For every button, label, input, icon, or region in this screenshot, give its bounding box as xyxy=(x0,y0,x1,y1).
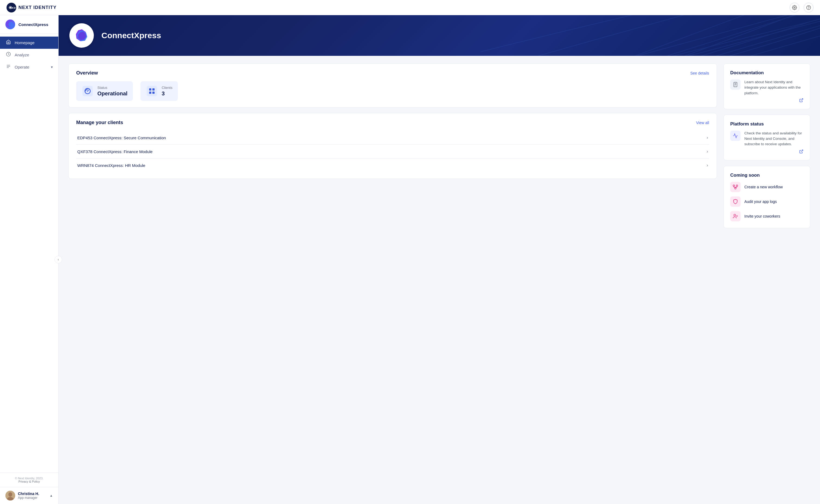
platform-status-text: Check the status and availability for Ne… xyxy=(744,131,803,147)
sidebar: ConnectXpress Homepage Analyze xyxy=(0,15,59,504)
svg-rect-25 xyxy=(149,92,151,94)
home-icon xyxy=(5,40,11,46)
coming-soon-title: Coming soon xyxy=(730,173,803,178)
client-item-qxf378[interactable]: QXF378 ConnectXpress: Finance Module › xyxy=(76,145,709,159)
svg-point-13 xyxy=(8,492,12,497)
documentation-external-link[interactable] xyxy=(744,98,803,102)
coming-soon-card: Coming soon Create a new workflow xyxy=(724,166,810,228)
sidebar-item-operate-label: Operate xyxy=(15,65,29,69)
app-banner: ConnectXpress xyxy=(59,15,820,56)
see-details-link[interactable]: See details xyxy=(690,71,709,75)
svg-rect-34 xyxy=(736,185,738,186)
page-body: Overview See details xyxy=(59,56,820,236)
documentation-icon xyxy=(730,79,741,90)
coming-soon-item-workflow: Create a new workflow xyxy=(730,182,803,192)
client-name-edp453: EDP453 ConnectXpress: Secure Communicati… xyxy=(77,135,166,140)
clients-value: 3 xyxy=(162,91,172,97)
users-icon xyxy=(730,211,741,221)
clients-icon xyxy=(146,85,158,97)
clients-info: Clients 3 xyxy=(162,86,172,97)
main-content: ConnectXpress Overview See details xyxy=(59,15,820,504)
client-chevron-icon-qxf378: › xyxy=(707,149,708,154)
client-chevron-icon-wrn874: › xyxy=(707,163,708,168)
main-layout: ConnectXpress Homepage Analyze xyxy=(0,15,820,504)
operate-icon xyxy=(5,64,11,70)
analyze-icon xyxy=(5,52,11,58)
overview-title: Overview xyxy=(76,70,98,76)
client-list: EDP453 ConnectXpress: Secure Communicati… xyxy=(76,131,709,172)
banner-logo-circle xyxy=(69,23,94,48)
documentation-title: Documentation xyxy=(730,70,803,76)
status-icon xyxy=(82,85,94,97)
logo-icon: ✳ >> xyxy=(7,3,16,12)
workflow-icon xyxy=(730,182,741,192)
svg-rect-33 xyxy=(733,185,735,186)
user-role: App manager xyxy=(18,496,47,500)
status-info: Status Operational xyxy=(97,86,127,97)
sidebar-item-homepage-label: Homepage xyxy=(15,40,34,45)
shield-icon xyxy=(730,196,741,207)
sidebar-item-analyze[interactable]: Analyze xyxy=(0,49,58,61)
sidebar-nav: Homepage Analyze Operate ▾ xyxy=(0,34,58,473)
org-avatar xyxy=(5,20,15,29)
footer-privacy-link[interactable]: Privacy & Policy xyxy=(18,480,40,483)
coming-soon-invite-label: Invite your coworkers xyxy=(744,214,780,218)
manage-clients-title: Manage your clients xyxy=(76,120,123,125)
coming-soon-audit-label: Audit your app logs xyxy=(744,199,777,204)
status-label: Status xyxy=(97,86,127,90)
status-value: Operational xyxy=(97,91,127,97)
user-avatar xyxy=(5,491,15,500)
left-column: Overview See details xyxy=(68,63,717,228)
sidebar-collapse-button[interactable]: ‹ xyxy=(54,256,62,263)
coming-soon-item-audit: Audit your app logs xyxy=(730,196,803,207)
overview-card: Overview See details xyxy=(68,63,717,108)
svg-line-31 xyxy=(801,99,803,101)
client-name-qxf378: QXF378 ConnectXpress: Finance Module xyxy=(77,149,153,154)
clients-item: Clients 3 xyxy=(140,81,178,101)
svg-rect-22 xyxy=(147,86,157,96)
banner-title: ConnectXpress xyxy=(101,31,161,40)
sidebar-user[interactable]: Christina H. App manager ▲ xyxy=(0,487,58,504)
clients-label: Clients xyxy=(162,86,172,90)
coming-soon-list: Create a new workflow Audit your app log… xyxy=(730,182,803,221)
coming-soon-workflow-label: Create a new workflow xyxy=(744,185,783,189)
svg-rect-35 xyxy=(735,188,736,189)
platform-status-title: Platform status xyxy=(730,121,803,127)
help-button[interactable] xyxy=(804,3,813,12)
top-nav: ✳ >> NEXT IDENTITY xyxy=(0,0,820,15)
svg-rect-23 xyxy=(149,88,151,91)
documentation-card: Documentation Learn about Next Identity … xyxy=(724,63,810,109)
view-all-link[interactable]: View all xyxy=(696,121,709,125)
client-chevron-icon-edp453: › xyxy=(707,135,708,140)
sidebar-item-operate[interactable]: Operate ▾ xyxy=(0,61,58,73)
user-name: Christina H. xyxy=(18,492,47,496)
logo-area: ✳ >> NEXT IDENTITY xyxy=(7,3,57,12)
svg-line-32 xyxy=(801,150,803,152)
platform-status-icon xyxy=(730,131,741,141)
platform-status-external-link[interactable] xyxy=(744,149,803,154)
overview-card-header: Overview See details xyxy=(76,70,709,76)
org-name: ConnectXpress xyxy=(18,22,48,27)
user-info: Christina H. App manager xyxy=(18,492,47,500)
client-name-wrn874: WRN874 ConnectXpress: HR Module xyxy=(77,163,145,168)
documentation-body: Learn about Next Identity and integrate … xyxy=(730,79,803,102)
client-item-edp453[interactable]: EDP453 ConnectXpress: Secure Communicati… xyxy=(76,131,709,145)
footer-copyright: © Next Identity, 2023. xyxy=(5,477,53,480)
app-title: NEXT IDENTITY xyxy=(18,5,57,10)
overview-grid: Status Operational xyxy=(76,81,709,101)
sidebar-item-homepage[interactable]: Homepage xyxy=(0,37,58,49)
sidebar-org: ConnectXpress xyxy=(0,15,58,34)
status-item: Status Operational xyxy=(76,81,133,101)
chevron-down-icon: ▾ xyxy=(51,65,53,69)
sidebar-footer: © Next Identity, 2023. Privacy & Policy xyxy=(0,473,58,487)
manage-clients-header: Manage your clients View all xyxy=(76,120,709,125)
platform-status-body: Check the status and availability for Ne… xyxy=(730,131,803,154)
manage-clients-card: Manage your clients View all EDP453 Conn… xyxy=(68,113,717,179)
sidebar-item-analyze-label: Analyze xyxy=(15,53,29,57)
settings-button[interactable] xyxy=(790,3,799,12)
svg-rect-24 xyxy=(152,88,155,91)
client-item-wrn874[interactable]: WRN874 ConnectXpress: HR Module › xyxy=(76,159,709,172)
svg-point-3 xyxy=(794,7,795,8)
top-nav-icons xyxy=(790,3,813,12)
documentation-text: Learn about Next Identity and integrate … xyxy=(744,79,803,96)
